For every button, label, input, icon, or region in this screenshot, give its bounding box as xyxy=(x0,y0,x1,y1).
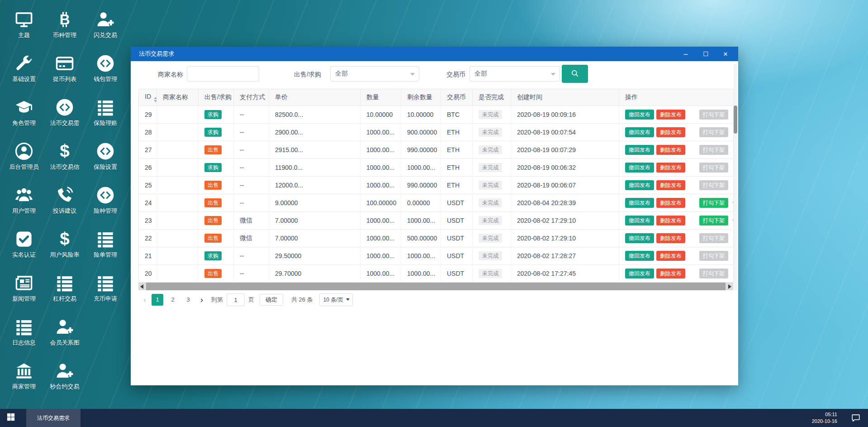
desktop-icon[interactable]: 基础设置 xyxy=(4,50,44,94)
takedown-button[interactable]: 打勾下架 xyxy=(699,216,728,225)
withdraw-publish-button[interactable]: 撤回发布 xyxy=(625,127,654,137)
scroll-right-arrow-icon[interactable] xyxy=(728,284,731,289)
table-row: 25出售--12000.0...1000.00...990.00000ETH未完… xyxy=(139,177,734,194)
chat-bubble-icon[interactable] xyxy=(850,412,862,424)
row-dropdown-caret-icon[interactable]: ∨ xyxy=(732,217,734,224)
maximize-button[interactable]: ☐ xyxy=(696,47,716,61)
desktop-icon[interactable]: 杠杆交易 xyxy=(44,270,85,314)
delete-publish-button[interactable]: 删除发布 xyxy=(656,110,685,120)
goto-page-input[interactable] xyxy=(227,293,245,306)
desktop-icon[interactable]: 秒合约交易 xyxy=(44,358,85,402)
desktop-icon-label: 充币申请 xyxy=(94,295,117,303)
page-number-button[interactable]: 3 xyxy=(182,294,194,306)
desktop-icon[interactable]: 主题 xyxy=(4,6,44,50)
takedown-button[interactable]: 打勾下架 xyxy=(699,127,728,137)
cell-id: 26 xyxy=(139,159,157,177)
row-dropdown-caret-icon[interactable]: ∨ xyxy=(732,200,734,206)
desktop-icon[interactable]: 钱包管理 xyxy=(85,50,126,94)
column-header-label: 商家名称 xyxy=(163,93,188,101)
desktop-icon[interactable]: 险单管理 xyxy=(85,226,126,270)
withdraw-publish-button[interactable]: 撤回发布 xyxy=(625,163,654,173)
withdraw-publish-button[interactable]: 撤回发布 xyxy=(625,216,654,225)
cell-created-time: 2020-08-19 00:06:07 xyxy=(511,177,619,194)
page-number-button[interactable]: 2 xyxy=(167,294,179,306)
cell-actions: 撤回发布删除发布打勾下架∨ xyxy=(619,194,734,212)
cell-coin: USDT xyxy=(441,265,473,283)
prev-page-button[interactable]: ‹ xyxy=(143,295,146,305)
withdraw-publish-button[interactable]: 撤回发布 xyxy=(625,145,654,155)
delete-publish-button[interactable]: 删除发布 xyxy=(656,145,685,155)
cell-status: 未完成 xyxy=(473,212,511,230)
minimize-button[interactable]: ─ xyxy=(676,47,696,61)
takedown-button[interactable]: 打勾下架 xyxy=(699,163,728,173)
column-header[interactable]: ID xyxy=(139,89,157,106)
desktop-icon[interactable]: $法币交易信 xyxy=(44,138,85,182)
takedown-button[interactable]: 打勾下架 xyxy=(699,110,728,120)
horizontal-scrollbar-thumb[interactable] xyxy=(146,283,726,290)
coin-filter-select[interactable]: 全部 xyxy=(470,66,560,82)
buy-badge: 求购 xyxy=(204,251,222,260)
page-number-button[interactable]: 1 xyxy=(152,294,163,306)
withdraw-publish-button[interactable]: 撤回发布 xyxy=(625,233,654,243)
delete-publish-button[interactable]: 删除发布 xyxy=(656,198,685,208)
desktop-icon[interactable]: 角色管理 xyxy=(4,94,44,138)
desktop-icon[interactable]: 商家管理 xyxy=(4,358,44,402)
withdraw-publish-button[interactable]: 撤回发布 xyxy=(625,180,654,190)
takedown-button[interactable]: 打勾下架 xyxy=(699,180,728,190)
takedown-button[interactable]: 打勾下架 xyxy=(699,145,728,155)
vertical-scrollbar[interactable] xyxy=(734,64,737,290)
desktop-icon[interactable]: 后台管理员 xyxy=(4,138,44,182)
desktop-icon[interactable]: 法币交易需 xyxy=(44,94,85,138)
search-button[interactable] xyxy=(562,65,588,83)
takedown-button[interactable]: 打勾下架 xyxy=(699,233,728,243)
desktop-icon[interactable]: 险种管理 xyxy=(85,182,126,226)
cell-payment: -- xyxy=(234,265,269,283)
desktop-icon[interactable]: 闪兑交易 xyxy=(85,6,126,50)
scroll-left-arrow-icon[interactable] xyxy=(140,284,143,289)
desktop-icon[interactable]: 日志信息 xyxy=(4,314,44,358)
sell-badge: 出售 xyxy=(204,145,222,154)
takedown-button[interactable]: 打勾下架 xyxy=(699,198,728,208)
delete-publish-button[interactable]: 删除发布 xyxy=(656,251,685,261)
desktop-icon[interactable]: 提币列表 xyxy=(44,50,85,94)
desktop-icon[interactable]: 用户管理 xyxy=(4,182,44,226)
desktop-icon[interactable]: $用户风险率 xyxy=(44,226,85,270)
start-button[interactable] xyxy=(0,409,22,427)
desktop-icon[interactable]: B币种管理 xyxy=(44,6,85,50)
next-page-button[interactable]: › xyxy=(200,295,203,305)
desktop-icon[interactable]: 投诉建议 xyxy=(44,182,85,226)
desktop-icon[interactable]: 保险设置 xyxy=(85,138,126,182)
vertical-scrollbar-thumb[interactable] xyxy=(734,106,737,134)
takedown-button[interactable]: 打勾下架 xyxy=(699,269,728,278)
withdraw-publish-button[interactable]: 撤回发布 xyxy=(625,110,654,120)
withdraw-publish-button[interactable]: 撤回发布 xyxy=(625,198,654,208)
delete-publish-button[interactable]: 删除发布 xyxy=(656,233,685,243)
status-badge: 未完成 xyxy=(479,128,502,137)
taskbar-clock[interactable]: 05:11 2020-10-16 xyxy=(812,411,837,425)
takedown-button[interactable]: 打勾下架 xyxy=(699,251,728,261)
desktop-icon[interactable]: 实名认证 xyxy=(4,226,44,270)
desktop-icon[interactable]: 充币申请 xyxy=(85,270,126,314)
confirm-button[interactable]: 确定 xyxy=(260,294,283,306)
desktop-icon-label: 角色管理 xyxy=(12,119,36,127)
merchant-name-input[interactable] xyxy=(187,66,259,82)
desktop-icon[interactable]: 会员关系图 xyxy=(44,314,85,358)
cell-created-time: 2020-08-19 00:07:54 xyxy=(511,124,619,141)
delete-publish-button[interactable]: 删除发布 xyxy=(656,180,685,190)
taskbar-item-fiat-trade[interactable]: 法币交易需求 xyxy=(26,409,81,427)
cell-id: 25 xyxy=(139,177,157,194)
delete-publish-button[interactable]: 删除发布 xyxy=(656,269,685,278)
close-button[interactable]: ✕ xyxy=(716,47,735,61)
desktop-icon[interactable]: 新闻管理 xyxy=(4,270,44,314)
withdraw-publish-button[interactable]: 撤回发布 xyxy=(625,251,654,261)
withdraw-publish-button[interactable]: 撤回发布 xyxy=(625,269,654,278)
delete-publish-button[interactable]: 删除发布 xyxy=(656,127,685,137)
side-filter-select[interactable]: 全部 xyxy=(330,66,419,82)
sort-icon[interactable] xyxy=(154,97,157,102)
desktop-icon[interactable]: 保险理赔 xyxy=(85,94,126,138)
delete-publish-button[interactable]: 删除发布 xyxy=(656,216,685,225)
horizontal-scrollbar[interactable] xyxy=(138,283,733,290)
per-page-select[interactable]: 10 条/页 xyxy=(319,293,353,306)
cell-side: 出售 xyxy=(199,177,234,194)
delete-publish-button[interactable]: 删除发布 xyxy=(656,163,685,173)
